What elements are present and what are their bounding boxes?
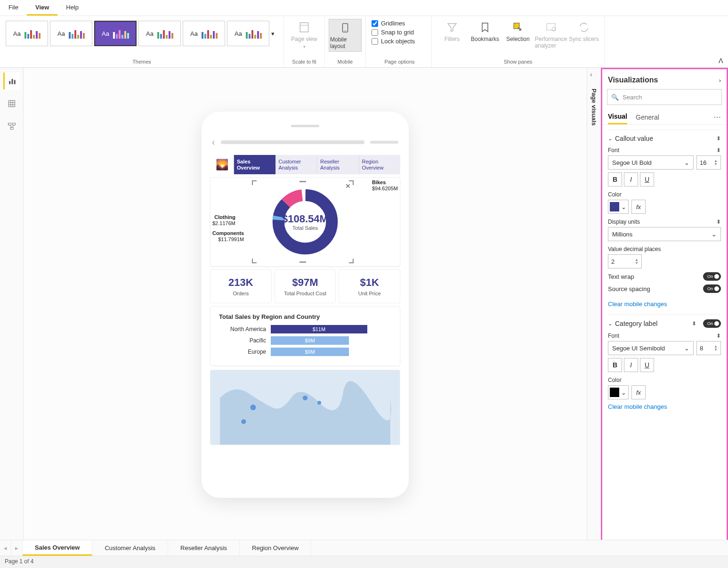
page-visuals-pane-collapsed[interactable]: ‹ Page visuals [587,68,601,542]
report-canvas: ‹ 🌄 SalesOverview CustomerAnalysis Resel… [24,68,587,542]
decimal-places-input[interactable]: 2▲▼ [608,254,642,268]
ribbon: Aa Aa Aa Aa Aa Aa ▾ Themes Page view ▾ S… [0,16,728,68]
page-tab-strip: ◂ ▸ Sales Overview Customer Analysis Res… [0,540,728,556]
chevron-down-icon: ⌄ [684,159,689,166]
underline-button[interactable]: U [640,358,654,372]
search-input[interactable]: 🔍 Search [607,89,722,105]
kpi-unit-price[interactable]: $1KUnit Price [339,269,400,303]
visualizations-panel: Visualizations › 🔍 Search Visual General… [601,68,728,542]
page-tab[interactable]: Reseller Analysis [168,540,240,556]
underline-button[interactable]: U [640,172,654,187]
snap-to-grid-checkbox[interactable]: Snap to grid [372,29,414,36]
ribbon-collapse-button[interactable]: ᐱ [719,57,723,65]
fx-button[interactable]: fx [631,385,646,399]
theme-gallery[interactable]: Aa Aa Aa Aa Aa Aa ▾ [4,19,280,48]
font-family-select[interactable]: Segoe UI Semibold⌄ [608,341,694,355]
kpi-orders[interactable]: 213KOrders [210,269,272,303]
kpi-product-cost[interactable]: $97MTotal Product Cost [275,269,336,303]
menu-help[interactable]: Help [57,0,87,16]
map-visual[interactable] [210,370,400,445]
tab-customer-analysis[interactable]: CustomerAnalysis [275,155,317,174]
report-view-button[interactable] [3,73,20,89]
italic-button[interactable]: I [624,172,638,187]
chevron-down-icon: ⌄ [712,231,717,238]
menu-file[interactable]: File [0,0,27,16]
bookmarks-button[interactable]: Bookmarks [469,19,502,51]
theme-thumb[interactable]: Aa [183,21,225,46]
filter-icon [445,21,459,34]
svg-rect-16 [12,123,15,125]
total-sales-label: Total Sales [292,225,318,231]
page-tab[interactable]: Region Overview [240,540,311,556]
theme-gallery-more[interactable]: ▾ [271,21,278,46]
lock-objects-checkbox[interactable]: Lock objects [372,38,415,45]
tab-visual[interactable]: Visual [608,110,627,124]
display-units-select[interactable]: Millions⌄ [608,227,721,241]
bookmark-icon [478,21,492,34]
font-family-select[interactable]: Segoe UI Bold⌄ [608,155,694,170]
page-tab[interactable]: Customer Analysis [92,540,168,556]
svg-point-27 [317,401,321,405]
format-icon[interactable]: ⬍ [692,320,696,327]
donut-visual[interactable]: ✕ Bikes$94.6205M Clothing$2.1176M Compon… [210,177,400,267]
svg-point-25 [241,419,246,424]
svg-rect-8 [12,79,13,84]
font-size-input[interactable]: 16▲▼ [696,155,721,170]
tab-general[interactable]: General [636,111,659,124]
panel-title: Visualizations [608,76,658,84]
bold-button[interactable]: B [608,172,622,187]
color-picker[interactable]: ⌄ [608,385,629,399]
mobile-layout-button[interactable]: Mobile layout [329,19,362,52]
page-indicator: Page 1 of 4 [5,558,33,565]
tab-reseller-analysis[interactable]: ResellerAnalysis [317,155,359,174]
theme-thumb-selected[interactable]: Aa [94,21,137,46]
donut-chart: $108.54M Total Sales [270,187,340,257]
page-view-button[interactable]: Page view ▾ [288,19,321,51]
data-view-button[interactable] [3,95,20,112]
bold-button[interactable]: B [608,358,622,372]
category-label-toggle[interactable]: On [703,319,721,328]
chevron-down-icon: ⌄ [684,345,689,352]
format-icon[interactable]: ⬍ [716,135,721,142]
back-icon[interactable]: ‹ [212,137,215,147]
format-icon[interactable]: ⬍ [716,219,721,225]
report-logo: 🌄 [210,155,234,174]
performance-analyzer-button[interactable]: Performance analyzer [534,19,567,51]
section-category-label[interactable]: ⌄ Category label ⬍ On [608,319,721,328]
model-view-button[interactable] [3,118,20,135]
chevron-down-icon: ⌄ [608,321,612,327]
italic-button[interactable]: I [624,358,638,372]
format-icon[interactable]: ⬍ [716,147,721,154]
format-icon[interactable]: ⬍ [716,333,721,339]
clear-mobile-changes-link[interactable]: Clear mobile changes [608,300,667,308]
tab-region-overview[interactable]: RegionOverview [359,155,401,174]
theme-thumb[interactable]: Aa [6,21,48,46]
page-nav-prev[interactable]: ◂ [0,540,11,556]
font-size-input[interactable]: 8▲▼ [696,341,721,355]
source-spacing-toggle[interactable]: On [703,284,721,293]
theme-thumb[interactable]: Aa [138,21,181,46]
clear-mobile-changes-link[interactable]: Clear mobile changes [608,403,667,410]
bar-chart-visual[interactable]: Total Sales by Region and Country North … [210,306,400,366]
chevron-right-icon[interactable]: › [719,77,721,84]
filters-button[interactable]: Filters [436,19,469,51]
theme-thumb[interactable]: Aa [227,21,269,46]
more-options-button[interactable]: ⋯ [713,113,721,122]
color-picker[interactable]: ⌄ [608,200,629,214]
gridlines-checkbox[interactable]: Gridlines [372,20,405,27]
theme-thumb[interactable]: Aa [50,21,92,46]
chevron-left-icon[interactable]: ‹ [590,71,592,78]
sync-slicers-button[interactable]: Sync slicers [567,19,600,51]
bar-category: North America [219,326,271,333]
search-icon: 🔍 [611,94,619,101]
tab-sales-overview[interactable]: SalesOverview [234,155,275,174]
section-callout-value[interactable]: ⌄ Callout value ⬍ [608,135,721,142]
page-nav-next[interactable]: ▸ [11,540,23,556]
page-tab[interactable]: Sales Overview [23,540,92,556]
menu-view[interactable]: View [27,0,57,16]
text-wrap-toggle[interactable]: On [703,272,721,281]
mobile-icon [339,21,352,34]
svg-rect-7 [9,81,10,84]
selection-button[interactable]: Selection [502,19,534,51]
fx-button[interactable]: fx [631,200,646,214]
